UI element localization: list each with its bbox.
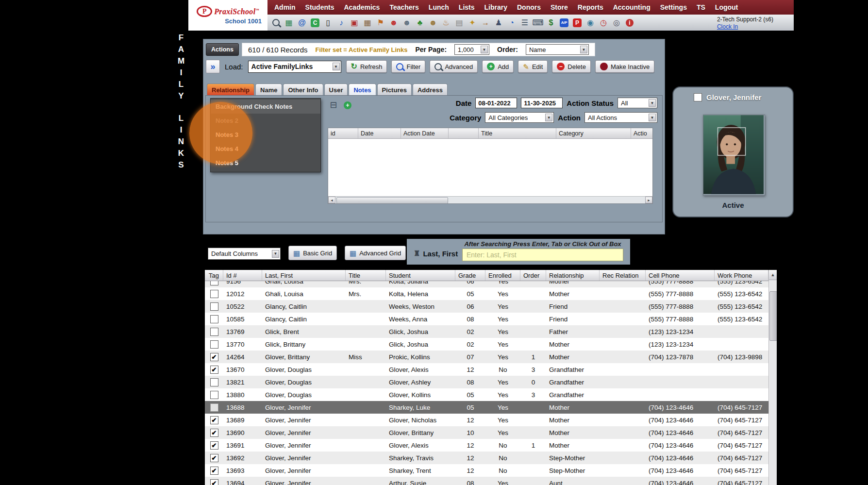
calendar-icon[interactable]: ▣ [349, 17, 360, 28]
scrollbar-thumb[interactable] [769, 291, 777, 341]
tab-pictures[interactable]: Pictures [377, 84, 412, 96]
row-checkbox[interactable] [210, 403, 218, 412]
notes-menu-item-notes-5[interactable]: Notes 5 [211, 156, 320, 170]
menu-item-ts[interactable]: TS [692, 3, 710, 11]
table-row[interactable]: ✔14264Glover, BrittanyMissProkic, Kollin… [205, 351, 768, 363]
grid-column-header-rec-relation[interactable]: Rec Relation [600, 270, 646, 281]
menu-item-academics[interactable]: Academics [339, 3, 384, 11]
list-icon[interactable]: ☰ [519, 17, 530, 28]
timer-icon[interactable]: ◷ [598, 17, 609, 28]
cell-tag[interactable]: ✔ [205, 467, 223, 475]
cell-tag[interactable] [205, 391, 223, 399]
clipboard-icon[interactable]: ▤ [454, 17, 465, 28]
goto-button[interactable]: » [206, 60, 220, 73]
target-icon[interactable]: ◎ [611, 17, 622, 28]
columns-select[interactable]: Default Columns [208, 248, 281, 260]
clover-icon[interactable]: ♣ [415, 17, 425, 28]
table-row[interactable]: 13688Glover, JenniferSharkey, Luke05YesM… [205, 401, 768, 414]
row-checkbox[interactable]: ✔ [210, 366, 218, 374]
cell-tag[interactable] [205, 328, 223, 336]
cell-tag[interactable]: ✔ [205, 441, 223, 450]
tab-relationship[interactable]: Relationship [207, 84, 254, 96]
email-at-icon[interactable]: @ [297, 17, 307, 28]
exit-icon[interactable]: → [480, 17, 491, 28]
ap-icon[interactable]: A/P [559, 17, 569, 28]
date-to-input[interactable] [521, 98, 563, 108]
filter-button[interactable]: Filter [391, 60, 425, 73]
table-row[interactable]: 13770Glick, BrittanyGlick, Joshua02YesMo… [205, 338, 768, 351]
advanced-grid-button[interactable]: ▦ Advanced Grid [345, 246, 406, 260]
row-checkbox[interactable]: ✔ [210, 454, 218, 462]
megaphone-icon[interactable]: ⚑ [375, 17, 386, 28]
row-checkbox[interactable] [210, 328, 218, 336]
table-row[interactable]: ✔13692Glover, JenniferSharkey, Travis12N… [205, 452, 768, 464]
tab-name[interactable]: Name [255, 84, 282, 96]
table-row[interactable]: 13769Glick, BrentGlick, Joshua02YesFathe… [205, 325, 768, 338]
grid-column-header-title[interactable]: Title [346, 270, 386, 281]
cell-tag[interactable] [205, 302, 223, 311]
menu-item-store[interactable]: Store [546, 3, 573, 11]
row-checkbox[interactable] [210, 340, 218, 349]
person-icon[interactable]: ☻ [401, 17, 412, 28]
cell-tag[interactable]: ✔ [205, 479, 223, 485]
menu-item-logout[interactable]: Logout [710, 3, 743, 11]
tab-notes[interactable]: Notes [349, 84, 376, 96]
table-row[interactable]: ✔13690Glover, JenniferGlover, Brittany10… [205, 426, 768, 439]
search-input[interactable] [462, 249, 623, 261]
lunch-icon[interactable]: ♨ [441, 17, 451, 28]
pdf-icon[interactable]: P [572, 17, 583, 28]
row-checkbox[interactable] [210, 391, 218, 399]
tab-user[interactable]: User [324, 84, 348, 96]
speaker-icon[interactable]: ♪ [336, 17, 347, 28]
row-checkbox[interactable]: ✔ [210, 353, 218, 361]
menu-item-lunch[interactable]: Lunch [424, 3, 454, 11]
table-row[interactable]: 13821Glover, DouglasGlover, Ashley08Yes0… [205, 376, 768, 388]
date-from-input[interactable] [475, 98, 517, 108]
row-checkbox[interactable]: ✔ [210, 467, 218, 475]
advanced-button[interactable]: Advanced [430, 60, 478, 73]
table-row[interactable]: ✔13670Glover, DouglasGlover, Alexis12No3… [205, 363, 768, 376]
action-status-select[interactable]: All [618, 98, 657, 108]
scroll-up-icon[interactable]: ▲ [769, 270, 777, 280]
table-row[interactable]: 10585Glancy, CaitlinWeeks, Anna08YesFrie… [205, 313, 768, 325]
print-icon[interactable]: ⊟ [328, 100, 339, 110]
grid-column-header-work-phone[interactable]: Work Phone [715, 270, 768, 281]
search-icon[interactable] [270, 17, 281, 28]
menu-item-students[interactable]: Students [300, 3, 339, 11]
table-row[interactable]: ✔13694Glover, JenniferArthur, Susie08Yes… [205, 477, 768, 485]
cell-tag[interactable] [205, 315, 223, 323]
tab-address[interactable]: Address [413, 84, 448, 96]
refresh-button[interactable]: ↻Refresh [346, 60, 387, 73]
menu-item-donors[interactable]: Donors [512, 3, 546, 11]
grid-column-header-grade[interactable]: Grade [455, 270, 485, 281]
cell-tag[interactable]: ✔ [205, 366, 223, 374]
grid-column-header-id[interactable]: Id # [223, 270, 262, 281]
chat-icon[interactable]: C [310, 17, 320, 28]
mobile-icon[interactable]: ▯ [323, 17, 334, 28]
cell-tag[interactable]: ✔ [205, 353, 223, 361]
clock-icon[interactable]: ◔ [506, 17, 517, 28]
table-row[interactable]: ✔13691Glover, JenniferGlover, Alexis12No… [205, 439, 768, 452]
add-button[interactable]: +Add [482, 60, 514, 73]
delete-button[interactable]: −Delete [552, 60, 591, 73]
row-checkbox[interactable] [210, 281, 218, 285]
cell-tag[interactable] [205, 340, 223, 349]
make-inactive-button[interactable]: Make Inactive [595, 60, 654, 73]
grid-column-header-cell-phone[interactable]: Cell Phone [646, 270, 715, 281]
schedule-icon[interactable]: ▦ [362, 17, 373, 28]
notes-menu-item-notes-2[interactable]: Notes 2 [211, 114, 320, 128]
load-select[interactable]: Active FamilyLinks [248, 61, 341, 73]
basic-grid-button[interactable]: ▦ Basic Grid [288, 246, 337, 260]
menu-item-reports[interactable]: Reports [573, 3, 608, 11]
table-row[interactable]: 9156Ghali, LouisaMrs.Kolta, Juliana06Yes… [205, 281, 768, 287]
per-page-select[interactable]: 1,000 [454, 44, 489, 55]
award-icon[interactable]: ✦ [467, 17, 478, 28]
notes-horizontal-scrollbar[interactable] [328, 196, 652, 204]
table-row[interactable]: 13880Glover, DouglasGlover, Kollins05Yes… [205, 388, 768, 401]
profile-checkbox[interactable] [694, 93, 702, 101]
menu-item-accounting[interactable]: Accounting [608, 3, 655, 11]
cell-tag[interactable]: ✔ [205, 429, 223, 437]
actions-button[interactable]: Actions [206, 43, 239, 56]
grid-column-header-order[interactable]: Order [520, 270, 546, 281]
table-row[interactable]: ✔13689Glover, JenniferGlover, Nicholas12… [205, 414, 768, 426]
